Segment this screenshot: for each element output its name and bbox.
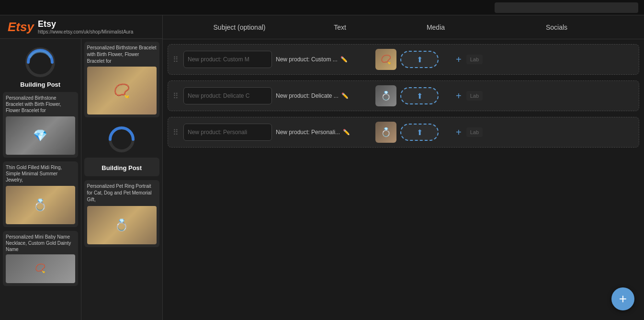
add-social-btn-1[interactable]: +	[456, 54, 462, 65]
col-header-socials: Socials	[546, 23, 567, 31]
product-card-1[interactable]: Personalized Birthstone Bracelet with Bi…	[3, 92, 78, 158]
drag-handle-3[interactable]: ⠿	[173, 128, 179, 137]
building-post-card-pet: Personalized Pet Ring Portrait for Cat, …	[84, 180, 160, 247]
loading-spinner-icon	[107, 125, 136, 154]
brand-status-label: Building Post	[20, 81, 60, 88]
label-3: Lab	[466, 127, 483, 137]
upload-button-1[interactable]: ⬆	[400, 51, 439, 68]
bp-image-pet: 💍	[87, 206, 157, 244]
thumb-image-2: 💍	[375, 85, 396, 106]
top-search-input[interactable]	[495, 2, 638, 13]
posts-area: ⠿ New product: Custom M New product: Cus…	[163, 39, 644, 320]
product-image-4: 📿	[6, 254, 75, 283]
drag-handle-2[interactable]: ⠿	[173, 91, 179, 101]
bp-title-2: Building Post	[87, 164, 157, 171]
drag-handle-1[interactable]: ⠿	[173, 55, 179, 64]
col-header-media: Media	[427, 23, 445, 31]
product-title-4: Personalized Mini Baby Name Necklace, Cu…	[6, 234, 75, 252]
edit-icon-3[interactable]: ✏️	[343, 129, 350, 136]
media-section-2: 💍 ⬆	[375, 85, 452, 106]
top-bar	[0, 0, 644, 15]
media-section-1: 📿 ⬆	[375, 49, 452, 70]
product-title-1: Personalized Birthstone Bracelet with Bi…	[6, 95, 75, 114]
media-section-3: 💍 ⬆	[375, 122, 452, 143]
post-row-2: ⠿ New product: Delicate C New product: D…	[168, 80, 639, 111]
text-value-3: New product: Personali...	[276, 129, 340, 136]
product-title-3: Thin Gold Filled Midi Ring, Simple Minim…	[6, 164, 75, 183]
text-content-1: New product: Custom ... ✏️	[276, 56, 372, 63]
product-card-4[interactable]: Personalized Mini Baby Name Necklace, Cu…	[3, 231, 78, 286]
product-image-1: 💎	[6, 116, 75, 155]
subject-input-2[interactable]: New product: Delicate C	[183, 87, 272, 104]
etsy-title: Etsy	[38, 19, 133, 29]
building-post-card-1: Personalized Birthstone Bracelet with Bi…	[84, 42, 160, 117]
subject-input-3[interactable]: New product: Personali	[183, 124, 272, 141]
post-row-3: ⠿ New product: Personali New product: Pe…	[168, 117, 639, 148]
socials-section-1: + Lab	[456, 54, 634, 65]
edit-icon-1[interactable]: ✏️	[340, 56, 348, 63]
col-header-text: Text	[334, 23, 346, 31]
building-post-card-2: Building Post	[84, 158, 160, 176]
add-social-btn-2[interactable]: +	[456, 91, 462, 102]
upload-button-3[interactable]: ⬆	[400, 124, 439, 141]
label-1: Lab	[466, 55, 483, 64]
brand-arc-icon	[23, 46, 57, 79]
add-post-button[interactable]: +	[611, 287, 634, 310]
text-content-3: New product: Personali... ✏️	[276, 129, 372, 136]
etsy-url: https://www.etsy.com/uk/shop/MinimalistA…	[38, 29, 133, 34]
bp-image-1: 📿	[87, 67, 157, 114]
socials-section-2: + Lab	[456, 91, 634, 102]
thumb-image-3: 💍	[375, 122, 396, 143]
post-row-1: ⠿ New product: Custom M New product: Cus…	[168, 44, 639, 75]
add-social-btn-3[interactable]: +	[456, 127, 462, 138]
column-headers: Subject (optional) Text Media Socials	[163, 15, 644, 39]
loading-spinner-container	[84, 121, 160, 158]
etsy-logo: Etsy	[8, 20, 34, 34]
edit-icon-2[interactable]: ✏️	[341, 92, 349, 99]
text-value-1: New product: Custom ...	[276, 56, 338, 63]
product-image-3: 💍	[6, 186, 75, 224]
product-thumb-3: 💍	[375, 122, 396, 143]
bp-text-pet: Personalized Pet Ring Portrait for Cat, …	[87, 183, 157, 203]
thumb-image-1: 📿	[375, 49, 396, 70]
product-thumb-1: 📿	[375, 49, 396, 70]
socials-section-3: + Lab	[456, 127, 634, 138]
product-card-3[interactable]: Thin Gold Filled Midi Ring, Simple Minim…	[3, 161, 78, 227]
text-value-2: New product: Delicate ...	[276, 92, 339, 99]
subject-input-1[interactable]: New product: Custom M	[183, 51, 272, 68]
upload-button-2[interactable]: ⬆	[400, 87, 439, 104]
bp-text-1: Personalized Birthstone Bracelet with Bi…	[87, 45, 157, 65]
product-thumb-2: 💍	[375, 85, 396, 106]
label-2: Lab	[466, 91, 483, 101]
text-content-2: New product: Delicate ... ✏️	[276, 92, 372, 99]
col-header-subject: Subject (optional)	[214, 23, 266, 31]
